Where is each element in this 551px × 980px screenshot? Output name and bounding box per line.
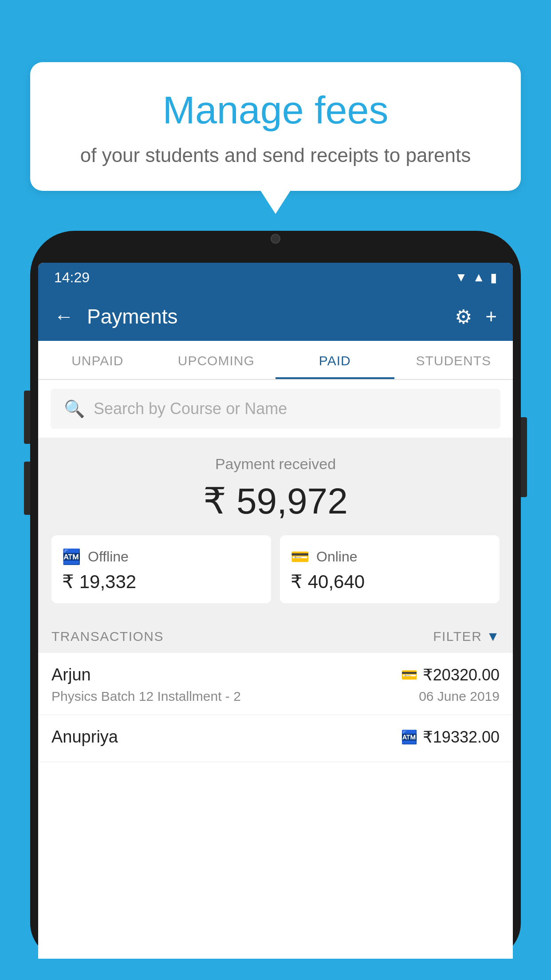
student-name: Anupriya bbox=[51, 727, 118, 747]
tab-unpaid[interactable]: UNPAID bbox=[38, 341, 157, 379]
phone-notch bbox=[244, 231, 307, 247]
transaction-amount: ₹19332.00 bbox=[423, 728, 500, 747]
online-payment-icon: 💳 bbox=[401, 667, 417, 683]
payment-received-label: Payment received bbox=[51, 455, 500, 473]
filter-label: FILTER bbox=[433, 629, 482, 644]
app-bar: ← Payments ⚙ + bbox=[38, 292, 513, 341]
online-payment-card: 💳 Online ₹ 40,640 bbox=[280, 535, 500, 603]
payment-summary: Payment received ₹ 59,972 🏧 Offline ₹ 19… bbox=[38, 438, 513, 616]
search-icon: 🔍 bbox=[64, 399, 85, 419]
search-bar[interactable]: 🔍 Search by Course or Name bbox=[51, 389, 500, 429]
transactions-header: TRANSACTIONS FILTER ▼ bbox=[38, 616, 513, 653]
online-payment-icon: 💳 bbox=[291, 548, 309, 565]
wifi-icon: ▼ bbox=[455, 270, 468, 285]
transactions-label: TRANSACTIONS bbox=[51, 629, 164, 644]
filter-icon[interactable]: ▼ bbox=[486, 629, 500, 644]
offline-label: Offline bbox=[88, 549, 129, 565]
phone: 14:29 ▼ ▲ ▮ ← Payments ⚙ + UNPAID UPCO bbox=[30, 231, 521, 980]
tab-paid[interactable]: PAID bbox=[276, 341, 394, 379]
online-amount: ₹ 40,640 bbox=[291, 571, 489, 593]
payment-cards: 🏧 Offline ₹ 19,332 💳 Online ₹ 40,640 bbox=[51, 535, 500, 603]
offline-payment-icon: 🏧 bbox=[62, 548, 81, 565]
app-bar-actions: ⚙ + bbox=[455, 305, 497, 328]
volume-down-button[interactable] bbox=[24, 462, 30, 515]
tabs-container: UNPAID UPCOMING PAID STUDENTS bbox=[38, 341, 513, 380]
back-button[interactable]: ← bbox=[54, 305, 74, 328]
tab-students[interactable]: STUDENTS bbox=[394, 341, 513, 379]
volume-up-button[interactable] bbox=[24, 391, 30, 444]
offline-payment-card: 🏧 Offline ₹ 19,332 bbox=[51, 535, 271, 603]
power-button[interactable] bbox=[521, 417, 527, 497]
settings-icon[interactable]: ⚙ bbox=[455, 305, 472, 328]
student-name: Arjun bbox=[51, 665, 91, 684]
tab-upcoming[interactable]: UPCOMING bbox=[157, 341, 276, 379]
bubble-subtitle: of your students and send receipts to pa… bbox=[61, 144, 490, 166]
course-info: Physics Batch 12 Installment - 2 bbox=[51, 689, 241, 704]
amount-row: 🏧 ₹19332.00 bbox=[401, 728, 500, 747]
transaction-list: Arjun 💳 ₹20320.00 Physics Batch 12 Insta… bbox=[38, 653, 513, 762]
total-payment-amount: ₹ 59,972 bbox=[51, 480, 500, 522]
amount-row: 💳 ₹20320.00 bbox=[401, 666, 500, 684]
table-row[interactable]: Anupriya 🏧 ₹19332.00 bbox=[38, 715, 513, 762]
online-label: Online bbox=[316, 549, 358, 565]
search-section: 🔍 Search by Course or Name bbox=[38, 380, 513, 438]
search-input[interactable]: Search by Course or Name bbox=[94, 399, 287, 418]
front-camera bbox=[271, 234, 280, 244]
transaction-date: 06 June 2019 bbox=[419, 689, 500, 704]
status-bar: 14:29 ▼ ▲ ▮ bbox=[38, 263, 513, 292]
offline-amount: ₹ 19,332 bbox=[62, 571, 260, 593]
phone-screen: 14:29 ▼ ▲ ▮ ← Payments ⚙ + UNPAID UPCO bbox=[38, 263, 513, 959]
table-row[interactable]: Arjun 💳 ₹20320.00 Physics Batch 12 Insta… bbox=[38, 653, 513, 715]
offline-payment-icon: 🏧 bbox=[401, 729, 417, 745]
speech-bubble: Manage fees of your students and send re… bbox=[30, 62, 521, 191]
bubble-title: Manage fees bbox=[61, 89, 490, 132]
filter-group[interactable]: FILTER ▼ bbox=[433, 629, 500, 644]
signal-icon: ▲ bbox=[472, 270, 485, 285]
status-icons: ▼ ▲ ▮ bbox=[455, 270, 497, 285]
status-time: 14:29 bbox=[54, 269, 90, 286]
transaction-amount: ₹20320.00 bbox=[423, 666, 500, 684]
add-button[interactable]: + bbox=[485, 305, 497, 328]
battery-icon: ▮ bbox=[490, 270, 497, 285]
app-title: Payments bbox=[87, 304, 441, 328]
